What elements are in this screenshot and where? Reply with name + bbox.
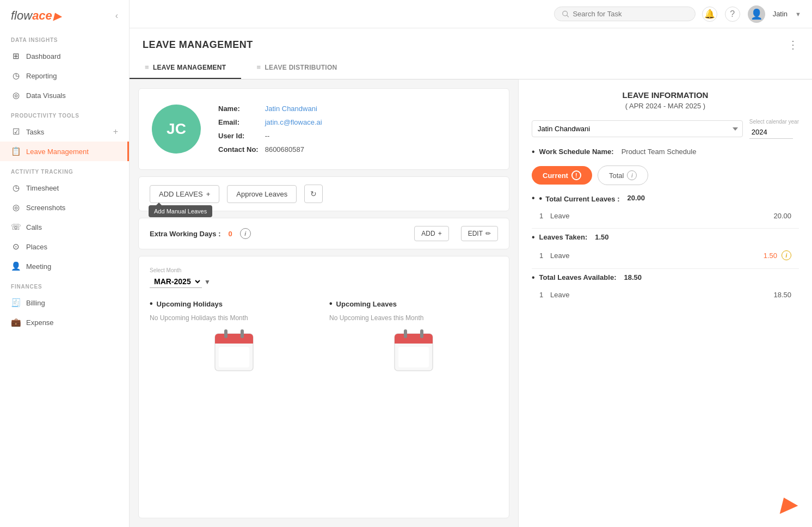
svg-rect-6	[241, 329, 244, 338]
topbar: 🔔 ? 👤 Jatin ▼	[130, 0, 812, 28]
divider	[532, 228, 799, 229]
profile-card: JC Name: Jatin Chandwani Email: jatin.c@…	[138, 88, 509, 170]
sidebar-item-calls[interactable]: ☏ Calls	[0, 217, 129, 237]
leave-num: 1	[539, 212, 550, 220]
edit-extra-days-button[interactable]: EDIT ✏	[461, 226, 498, 241]
month-select-wrap: Select Month MAR-2025 ▼	[150, 267, 498, 288]
extra-days-info-icon[interactable]: i	[240, 228, 251, 239]
sidebar-item-screenshots[interactable]: ◎ Screenshots	[0, 198, 129, 217]
action-bar: ADD LEAVES + Approve Leaves ↻ Add Manual…	[138, 176, 509, 211]
leave-row-total: 1 Leave 20.00	[532, 208, 799, 224]
sidebar: flowace▶ ‹ DATA INSIGHTS ⊞ Dashboard ◷ R…	[0, 0, 130, 527]
places-icon: ⊙	[11, 242, 21, 252]
sidebar-item-places[interactable]: ⊙ Places	[0, 237, 129, 256]
more-options-button[interactable]: ⋮	[788, 38, 799, 51]
collapse-button[interactable]: ‹	[115, 11, 118, 21]
search-box[interactable]	[554, 7, 696, 21]
user-name[interactable]: Jatin	[773, 10, 788, 18]
tab-label: LEAVE MANAGEMENT	[153, 64, 226, 71]
sidebar-item-label: Billing	[26, 299, 45, 307]
upcoming-leaves-section: Upcoming Leaves No Upcoming Leaves this …	[329, 299, 498, 378]
current-button[interactable]: Current !	[532, 166, 592, 185]
calendar-year-input[interactable]	[749, 126, 793, 139]
page-header: LEAVE MANAGEMENT ⋮	[130, 28, 812, 57]
calls-icon: ☏	[11, 222, 21, 232]
person-select[interactable]: Jatin Chandwani	[532, 120, 743, 137]
add-task-icon[interactable]: +	[113, 127, 118, 137]
leaves-taken-row: • Leaves Taken: 1.50	[532, 233, 799, 242]
email-label: Email:	[218, 115, 265, 129]
leave-val: 18.50	[773, 291, 791, 299]
tasks-icon: ☑	[11, 127, 21, 137]
work-schedule-label: Work Schedule Name:	[539, 148, 614, 156]
logo-area: flowace▶ ‹	[0, 0, 129, 29]
total-available-value: 18.50	[624, 273, 642, 281]
svg-rect-4	[215, 340, 253, 344]
total-available-label: Total Leaves Available:	[539, 273, 617, 281]
upcoming-holidays-section: Upcoming Holidays No Upcoming Holidays t…	[150, 299, 318, 378]
sidebar-item-tasks[interactable]: ☑ Tasks +	[0, 122, 129, 142]
extra-days-count: 0	[229, 230, 232, 238]
sidebar-item-timesheet[interactable]: ◷ Timesheet	[0, 178, 129, 198]
tab-dist-icon: ≡	[256, 63, 261, 71]
add-leaves-button[interactable]: ADD LEAVES +	[150, 185, 219, 203]
extra-days-card: Extra Working Days : 0 i ADD + EDIT ✏	[138, 218, 509, 249]
leaves-taken-label: Leaves Taken:	[539, 233, 588, 241]
leave-management-icon: 📋	[11, 146, 21, 156]
exclamation-icon: !	[571, 170, 581, 180]
svg-rect-12	[420, 329, 423, 338]
total-available-row: • Total Leaves Available: 18.50	[532, 273, 799, 283]
sidebar-item-meeting[interactable]: 👤 Meeting	[0, 256, 129, 276]
sidebar-item-expense[interactable]: 💼 Expense	[0, 312, 129, 332]
month-select[interactable]: MAR-2025	[150, 275, 202, 288]
leave-type: Leave	[550, 291, 773, 299]
contact-label: Contact No:	[218, 143, 265, 156]
tab-leave-management[interactable]: ≡ LEAVE MANAGEMENT	[130, 57, 241, 79]
userid-label: User Id:	[218, 129, 265, 143]
svg-rect-11	[404, 329, 407, 338]
no-leaves-text: No Upcoming Leaves this Month	[329, 314, 498, 322]
refresh-button[interactable]: ↻	[304, 185, 323, 203]
notifications-icon[interactable]: 🔔	[702, 7, 717, 22]
sidebar-item-leave-management[interactable]: 📋 Leave Management	[0, 142, 129, 161]
page-content: LEAVE MANAGEMENT ⋮ ≡ LEAVE MANAGEMENT ≡ …	[130, 28, 812, 527]
tabs-bar: ≡ LEAVE MANAGEMENT ≡ LEAVE DISTRIBUTION	[130, 57, 812, 79]
screenshots-icon: ◎	[11, 203, 21, 212]
help-icon[interactable]: ?	[725, 7, 740, 22]
right-column: LEAVE INFORMATION ( APR 2024 - MAR 2025 …	[518, 79, 812, 527]
bullet-icon: •	[532, 147, 535, 157]
edit-pencil-icon: ✏	[485, 230, 491, 237]
section-label-activity: ACTIVITY TRACKING	[0, 161, 129, 178]
month-select-arrow: ▼	[204, 278, 211, 286]
holidays-grid: Upcoming Holidays No Upcoming Holidays t…	[150, 299, 498, 378]
add-icon: +	[206, 190, 211, 198]
total-current-value: 20.00	[628, 194, 645, 202]
holiday-calendar-icon	[150, 327, 318, 378]
sidebar-item-label: Reporting	[26, 72, 57, 80]
user-dropdown-arrow[interactable]: ▼	[795, 11, 801, 17]
tab-leave-distribution[interactable]: ≡ LEAVE DISTRIBUTION	[241, 57, 352, 79]
sidebar-item-data-visuals[interactable]: ◎ Data Visuals	[0, 85, 129, 105]
sidebar-item-billing[interactable]: 🧾 Billing	[0, 293, 129, 312]
logo-flame-icon: ▶	[53, 11, 61, 22]
leave-num: 1	[539, 252, 550, 260]
timesheet-icon: ◷	[11, 183, 21, 193]
sidebar-item-reporting[interactable]: ◷ Reporting	[0, 66, 129, 85]
search-input[interactable]	[573, 10, 687, 18]
contact-value: 8600680587	[265, 143, 329, 156]
two-col-layout: JC Name: Jatin Chandwani Email: jatin.c@…	[130, 79, 812, 527]
sidebar-item-label: Screenshots	[26, 204, 65, 212]
leave-val: 20.00	[773, 212, 791, 220]
sidebar-item-label: Leave Management	[26, 148, 89, 156]
approve-leaves-button[interactable]: Approve Leaves	[227, 185, 297, 203]
svg-line-1	[567, 15, 569, 17]
email-value: jatin.c@flowace.ai	[265, 115, 329, 129]
work-schedule-value: Product Team Schedule	[622, 148, 697, 156]
total-info-icon: i	[627, 170, 637, 180]
total-button[interactable]: Total i	[598, 166, 648, 185]
add-extra-days-button[interactable]: ADD +	[414, 226, 448, 241]
app-logo: flowace▶	[11, 9, 61, 23]
sidebar-item-dashboard[interactable]: ⊞ Dashboard	[0, 46, 129, 66]
sidebar-item-label: Places	[26, 243, 47, 251]
data-visuals-icon: ◎	[11, 90, 21, 100]
